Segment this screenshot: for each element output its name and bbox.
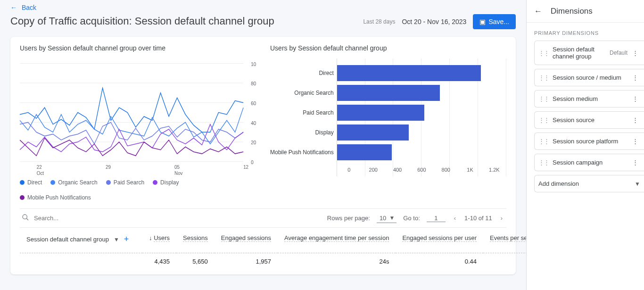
more-icon[interactable]: ⋮ bbox=[630, 50, 640, 57]
back-link[interactable]: ← Back bbox=[10, 4, 274, 11]
chevron-down-icon[interactable]: ▼ bbox=[114, 236, 119, 243]
dimension-select[interactable]: Session default channel group bbox=[26, 236, 109, 243]
dimension-row[interactable]: ⋮⋮ Session campaign ⋮ bbox=[534, 154, 644, 171]
bar-chart: Users by Session default channel group D… bbox=[270, 44, 506, 201]
bar[interactable] bbox=[337, 65, 481, 81]
legend-item[interactable]: Direct bbox=[20, 179, 42, 186]
drag-handle-icon[interactable]: ⋮⋮ bbox=[538, 138, 549, 145]
svg-point-18 bbox=[23, 215, 27, 219]
prev-page-button[interactable]: ‹ bbox=[452, 213, 458, 224]
panel-section-label: PRIMARY DIMENSIONS bbox=[534, 30, 644, 36]
dimensions-panel: ← Dimensions PRIMARY DIMENSIONS ⋮⋮ Sessi… bbox=[526, 0, 644, 290]
panel-title: Dimensions bbox=[551, 7, 593, 16]
column-header[interactable]: ↓ Users bbox=[142, 230, 176, 253]
svg-text:0: 0 bbox=[251, 159, 254, 165]
totals-cell: 24s bbox=[278, 253, 396, 270]
svg-text:29: 29 bbox=[106, 164, 111, 170]
svg-text:100: 100 bbox=[251, 61, 256, 67]
dimension-label: Session source bbox=[553, 116, 630, 124]
line-chart-svg: 02040 6080100 22Oct2905Nov12 bbox=[20, 58, 256, 176]
drag-handle-icon[interactable]: ⋮⋮ bbox=[538, 95, 549, 102]
totals-cell: 1,957 bbox=[215, 253, 278, 270]
dimension-row[interactable]: ⋮⋮ Session source / medium ⋮ bbox=[534, 69, 644, 86]
table-controls: Rows per page: 10 ▼ Go to: 1 ‹ 1-10 of 1… bbox=[20, 208, 506, 228]
column-header[interactable]: Engaged sessions per user bbox=[396, 230, 483, 253]
dimension-row[interactable]: ⋮⋮ Session default channel group Default… bbox=[534, 41, 644, 65]
more-icon[interactable]: ⋮ bbox=[630, 159, 640, 166]
report-card: Users by Session default channel group o… bbox=[10, 37, 516, 274]
totals-cell: 4.21 bbox=[483, 253, 526, 270]
line-chart: Users by Session default channel group o… bbox=[20, 44, 256, 201]
dimension-label: Session campaign bbox=[553, 159, 630, 166]
bar[interactable] bbox=[337, 144, 392, 160]
dimension-label: Session source platform bbox=[553, 138, 630, 145]
default-tag: Default bbox=[610, 50, 627, 56]
add-dimension-row[interactable]: Add dimension ▼ bbox=[534, 175, 644, 192]
rows-per-page-select[interactable]: 10 ▼ bbox=[377, 214, 396, 223]
svg-text:60: 60 bbox=[251, 100, 256, 106]
add-dimension-label: Add dimension bbox=[538, 180, 579, 187]
svg-text:22: 22 bbox=[37, 164, 42, 170]
svg-text:80: 80 bbox=[251, 81, 256, 87]
legend-item[interactable]: Mobile Push Notifications bbox=[20, 194, 91, 201]
top-bar: ← Back Copy of Traffic acquisition: Sess… bbox=[0, 0, 526, 37]
totals-cell: 4,435 bbox=[142, 253, 176, 270]
search-input[interactable] bbox=[33, 214, 127, 222]
save-icon: ▣ bbox=[479, 18, 486, 25]
save-label: Save... bbox=[488, 18, 509, 25]
drag-handle-icon[interactable]: ⋮⋮ bbox=[538, 116, 549, 124]
bar[interactable] bbox=[337, 105, 425, 121]
column-header[interactable]: Average engagement time per session bbox=[278, 230, 396, 253]
date-sub-label: Last 28 days bbox=[363, 18, 395, 25]
dimension-label: Session default channel group bbox=[553, 46, 610, 60]
legend-item[interactable]: Paid Search bbox=[106, 179, 144, 186]
column-header[interactable]: Events per session bbox=[483, 230, 526, 253]
bar-category-label: Paid Search bbox=[270, 109, 334, 116]
chevron-down-icon: ▼ bbox=[389, 215, 395, 221]
more-icon[interactable]: ⋮ bbox=[630, 74, 640, 81]
more-icon[interactable]: ⋮ bbox=[630, 116, 640, 124]
bar[interactable] bbox=[337, 85, 440, 101]
save-button[interactable]: ▣ Save... bbox=[473, 14, 516, 29]
dimension-row[interactable]: ⋮⋮ Session medium ⋮ bbox=[534, 90, 644, 108]
drag-handle-icon[interactable]: ⋮⋮ bbox=[538, 50, 549, 57]
main-content: ← Back Copy of Traffic acquisition: Sess… bbox=[0, 0, 526, 290]
arrow-left-icon: ← bbox=[10, 4, 17, 11]
column-header[interactable]: Sessions bbox=[176, 230, 215, 253]
dimension-row[interactable]: ⋮⋮ Session source ⋮ bbox=[534, 111, 644, 129]
next-page-button[interactable]: › bbox=[499, 213, 504, 224]
bar-category-label: Direct bbox=[270, 70, 334, 76]
svg-text:Nov: Nov bbox=[174, 170, 183, 176]
chevron-down-icon: ▼ bbox=[635, 181, 640, 187]
totals-label bbox=[20, 253, 142, 270]
bar-category-label: Organic Search bbox=[270, 90, 334, 96]
svg-text:20: 20 bbox=[251, 140, 256, 146]
column-header[interactable]: Engaged sessions bbox=[215, 230, 278, 253]
panel-back-button[interactable]: ← bbox=[534, 7, 542, 16]
more-icon[interactable]: ⋮ bbox=[630, 95, 640, 102]
drag-handle-icon[interactable]: ⋮⋮ bbox=[538, 74, 549, 81]
svg-line-19 bbox=[26, 218, 28, 220]
legend-dot-icon bbox=[153, 180, 157, 185]
svg-text:05: 05 bbox=[174, 164, 180, 170]
bar[interactable] bbox=[337, 124, 409, 141]
bar-chart-area: 02004006008001K1.2K bbox=[337, 58, 506, 176]
add-dimension-button[interactable]: + bbox=[124, 234, 129, 244]
legend-item[interactable]: Organic Search bbox=[50, 179, 97, 186]
totals-cell: 0.44 bbox=[396, 253, 483, 270]
date-range[interactable]: Oct 20 - Nov 16, 2023 bbox=[402, 18, 466, 25]
page-range-label: 1-10 of 11 bbox=[464, 215, 492, 222]
drag-handle-icon[interactable]: ⋮⋮ bbox=[538, 159, 549, 166]
goto-input[interactable]: 1 bbox=[427, 215, 446, 222]
dimension-row[interactable]: ⋮⋮ Session source platform ⋮ bbox=[534, 133, 644, 150]
bar-category-label: Mobile Push Notifications bbox=[270, 149, 334, 156]
more-icon[interactable]: ⋮ bbox=[630, 138, 640, 145]
dimension-header: Session default channel group ▼ + bbox=[20, 230, 142, 253]
line-chart-legend: DirectOrganic SearchPaid SearchDisplayMo… bbox=[20, 176, 256, 201]
dimension-label: Session medium bbox=[553, 95, 630, 102]
svg-text:12: 12 bbox=[243, 164, 248, 170]
bar-chart-title: Users by Session default channel group bbox=[270, 44, 506, 52]
back-label: Back bbox=[22, 4, 36, 11]
data-table: Session default channel group ▼ + ↓ User… bbox=[20, 230, 526, 270]
legend-item[interactable]: Display bbox=[153, 179, 179, 186]
